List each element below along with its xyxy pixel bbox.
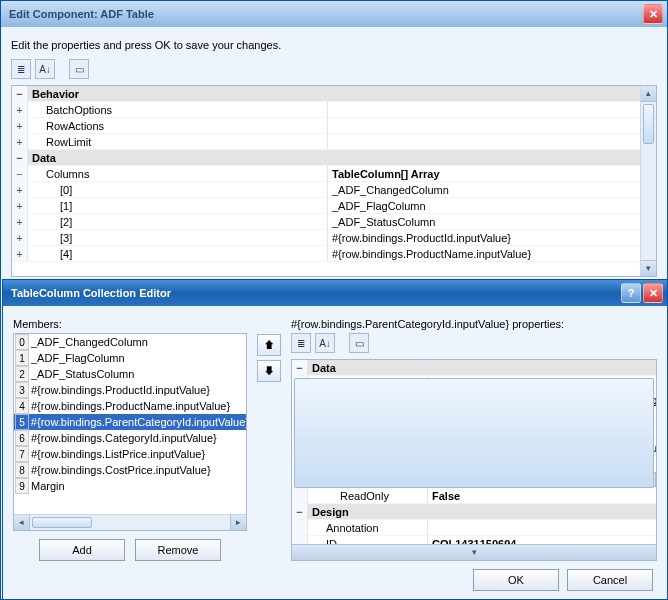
- expand-icon[interactable]: +: [12, 182, 28, 197]
- prop-columns-value[interactable]: TableColumn[] Array: [328, 166, 656, 181]
- dialog2-titlebar[interactable]: TableColumn Collection Editor ? ✕: [3, 280, 667, 306]
- property-grid-toolbar: ≣ A↓ ▭: [11, 59, 657, 79]
- properties-label: #{row.bindings.ParentCategoryId.inputVal…: [291, 318, 657, 330]
- members-label: Members:: [13, 318, 247, 330]
- prop-col-0[interactable]: [0]: [28, 182, 328, 197]
- prop-rowlimit[interactable]: RowLimit: [28, 134, 328, 149]
- collection-editor-dialog: TableColumn Collection Editor ? ✕ Member…: [2, 279, 668, 600]
- category-behavior: Behavior: [28, 86, 328, 101]
- expand-icon[interactable]: +: [12, 118, 28, 133]
- scroll-thumb[interactable]: [294, 378, 654, 488]
- move-down-button[interactable]: 🡇: [257, 360, 281, 382]
- expand-icon[interactable]: +: [12, 134, 28, 149]
- dialog1-title: Edit Component: ADF Table: [9, 8, 641, 20]
- scroll-right-icon[interactable]: ▸: [230, 515, 246, 530]
- expand-icon[interactable]: +: [12, 102, 28, 117]
- help-icon[interactable]: ?: [621, 283, 641, 303]
- property-grid-toolbar-2: ≣ A↓ ▭: [291, 333, 657, 353]
- prop-col-3[interactable]: [3]: [28, 230, 328, 245]
- list-item[interactable]: 2_ADF_StatusColumn: [14, 366, 246, 382]
- move-up-button[interactable]: 🡅: [257, 334, 281, 356]
- property-grid-1[interactable]: − Behavior +BatchOptions +RowActions +Ro…: [11, 85, 657, 277]
- prop-annotation[interactable]: Annotation: [308, 520, 428, 535]
- scroll-thumb[interactable]: [643, 104, 654, 144]
- horizontal-scrollbar[interactable]: ◂ ▸: [14, 514, 246, 530]
- category-data: Data: [28, 150, 328, 165]
- prop-columns[interactable]: Columns: [28, 166, 328, 181]
- scroll-down-icon[interactable]: ▾: [641, 260, 656, 276]
- vertical-scrollbar[interactable]: ▴ ▾: [640, 86, 656, 276]
- prop-readonly[interactable]: ReadOnly: [308, 488, 428, 503]
- prop-col-4[interactable]: [4]: [28, 246, 328, 261]
- dialog2-title: TableColumn Collection Editor: [11, 287, 619, 299]
- collapse-icon[interactable]: −: [12, 166, 28, 181]
- ok-button[interactable]: OK: [473, 569, 559, 591]
- expand-icon[interactable]: +: [12, 214, 28, 229]
- scroll-thumb[interactable]: [32, 517, 92, 528]
- scroll-left-icon[interactable]: ◂: [14, 515, 30, 530]
- list-item[interactable]: 8#{row.bindings.CostPrice.inputValue}: [14, 462, 246, 478]
- dialog1-instruction: Edit the properties and press OK to save…: [11, 39, 657, 51]
- list-item[interactable]: 4#{row.bindings.ProductName.inputValue}: [14, 398, 246, 414]
- category-data: Data: [308, 360, 428, 375]
- list-item[interactable]: 0_ADF_ChangedColumn: [14, 334, 246, 350]
- members-listbox[interactable]: 0_ADF_ChangedColumn1_ADF_FlagColumn2_ADF…: [13, 333, 247, 531]
- collapse-icon[interactable]: −: [292, 360, 308, 375]
- property-grid-2[interactable]: −Data DynamicColumnFalse HeaderLabel#{bi…: [291, 359, 657, 561]
- list-item[interactable]: 9Margin: [14, 478, 246, 494]
- collapse-icon[interactable]: −: [12, 86, 28, 101]
- property-pages-icon[interactable]: ▭: [349, 333, 369, 353]
- prop-rowactions[interactable]: RowActions: [28, 118, 328, 133]
- prop-batchoptions[interactable]: BatchOptions: [28, 102, 328, 117]
- sort-alpha-icon[interactable]: A↓: [315, 333, 335, 353]
- sort-alpha-icon[interactable]: A↓: [35, 59, 55, 79]
- list-item[interactable]: 6#{row.bindings.CategoryId.inputValue}: [14, 430, 246, 446]
- collapse-icon[interactable]: −: [12, 150, 28, 165]
- close-icon[interactable]: ✕: [643, 283, 663, 303]
- categorized-icon[interactable]: ≣: [11, 59, 31, 79]
- cancel-button[interactable]: Cancel: [567, 569, 653, 591]
- list-item[interactable]: 5#{row.bindings.ParentCategoryId.inputVa…: [14, 414, 246, 430]
- categorized-icon[interactable]: ≣: [291, 333, 311, 353]
- expand-icon[interactable]: +: [12, 198, 28, 213]
- remove-button[interactable]: Remove: [135, 539, 221, 561]
- vertical-scrollbar[interactable]: ▴ ▾: [292, 552, 656, 561]
- collapse-icon[interactable]: −: [292, 504, 308, 519]
- list-item[interactable]: 1_ADF_FlagColumn: [14, 350, 246, 366]
- prop-col-1[interactable]: [1]: [28, 198, 328, 213]
- list-item[interactable]: 3#{row.bindings.ProductId.inputValue}: [14, 382, 246, 398]
- expand-icon[interactable]: +: [12, 246, 28, 261]
- scroll-up-icon[interactable]: ▴: [641, 86, 656, 102]
- category-design: Design: [308, 504, 428, 519]
- list-item[interactable]: 7#{row.bindings.ListPrice.inputValue}: [14, 446, 246, 462]
- add-button[interactable]: Add: [39, 539, 125, 561]
- dialog1-titlebar[interactable]: Edit Component: ADF Table ✕: [1, 1, 667, 27]
- expand-icon[interactable]: +: [12, 230, 28, 245]
- close-icon[interactable]: ✕: [643, 4, 663, 24]
- prop-col-2[interactable]: [2]: [28, 214, 328, 229]
- property-pages-icon[interactable]: ▭: [69, 59, 89, 79]
- scroll-down-icon[interactable]: ▾: [292, 544, 656, 560]
